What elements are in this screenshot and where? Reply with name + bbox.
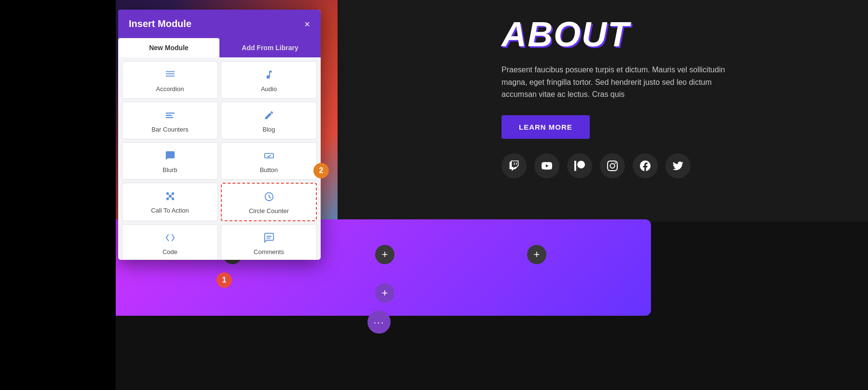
- blog-icon: [264, 110, 274, 122]
- learn-more-button[interactable]: LEARN MORE: [502, 115, 590, 139]
- circle-counter-label: Circle Counter: [249, 207, 289, 215]
- svg-rect-1: [165, 73, 174, 74]
- svg-rect-6: [264, 153, 273, 158]
- tab-new-module[interactable]: New Module: [118, 38, 219, 57]
- circle-counter-icon: [264, 191, 274, 203]
- accordion-label: Accordion: [156, 85, 184, 93]
- modal-title: Insert Module: [129, 18, 191, 29]
- module-item-comments[interactable]: Comments: [221, 224, 317, 260]
- svg-rect-2: [165, 76, 174, 77]
- twitch-icon[interactable]: [502, 153, 527, 178]
- module-item-blog[interactable]: Blog: [221, 102, 317, 139]
- plus-button-right[interactable]: +: [527, 245, 546, 264]
- dots-menu-button[interactable]: ···: [367, 310, 391, 334]
- social-icons-row: [502, 153, 825, 178]
- module-item-code[interactable]: Code: [122, 224, 218, 260]
- module-item-circle-counter[interactable]: Circle Counter: [221, 183, 317, 221]
- comments-icon: [264, 232, 274, 244]
- module-item-bar-counters[interactable]: Bar Counters: [122, 102, 218, 139]
- module-item-accordion[interactable]: Accordion: [122, 61, 218, 99]
- about-body-text: Praesent faucibus posuere turpis et dict…: [502, 64, 743, 101]
- modal-header: Insert Module ×: [118, 10, 321, 38]
- blurb-label: Blurb: [163, 166, 177, 174]
- patreon-icon[interactable]: [567, 153, 592, 178]
- modal-tabs: New Module Add From Library: [118, 38, 321, 57]
- accordion-icon: [165, 69, 176, 81]
- comments-label: Comments: [254, 248, 284, 256]
- about-title: ABOUT: [502, 14, 825, 54]
- blurb-icon: [165, 150, 176, 162]
- twitter-icon[interactable]: [665, 153, 691, 178]
- svg-rect-5: [165, 117, 173, 118]
- module-item-audio[interactable]: Audio: [221, 61, 317, 99]
- about-section: ABOUT Praesent faucibus posuere turpis e…: [482, 0, 844, 193]
- tab-add-from-library[interactable]: Add From Library: [219, 38, 321, 57]
- youtube-icon[interactable]: [534, 153, 559, 178]
- badge-1: 1: [217, 272, 232, 288]
- button-label: Button: [260, 166, 278, 174]
- svg-rect-0: [165, 71, 174, 72]
- bar-counters-label: Bar Counters: [151, 126, 189, 133]
- call-to-action-label: Call To Action: [151, 207, 189, 214]
- instagram-icon[interactable]: [600, 153, 625, 178]
- code-label: Code: [163, 248, 177, 256]
- svg-rect-3: [165, 113, 174, 114]
- module-list: Accordion Audio Bar Counters: [118, 57, 321, 260]
- audio-label: Audio: [261, 85, 277, 93]
- modal-close-button[interactable]: ×: [304, 19, 310, 29]
- module-item-call-to-action[interactable]: Call To Action: [122, 183, 218, 221]
- insert-module-dialog: Insert Module × New Module Add From Libr…: [118, 10, 321, 260]
- svg-rect-4: [165, 115, 172, 116]
- badge-2: 2: [313, 163, 329, 178]
- facebook-icon[interactable]: [633, 153, 658, 178]
- blog-label: Blog: [262, 126, 275, 133]
- bar-counters-icon: [165, 110, 176, 122]
- audio-icon: [264, 69, 274, 81]
- dark-left-edge: [0, 0, 116, 390]
- button-icon: [264, 150, 274, 162]
- plus-button-section-add[interactable]: +: [375, 283, 394, 303]
- call-to-action-icon: [165, 191, 176, 203]
- plus-button-center[interactable]: +: [375, 245, 394, 264]
- code-icon: [165, 232, 176, 244]
- module-item-blurb[interactable]: Blurb: [122, 142, 218, 180]
- module-item-button[interactable]: Button: [221, 142, 317, 180]
- module-grid: Accordion Audio Bar Counters: [122, 61, 317, 260]
